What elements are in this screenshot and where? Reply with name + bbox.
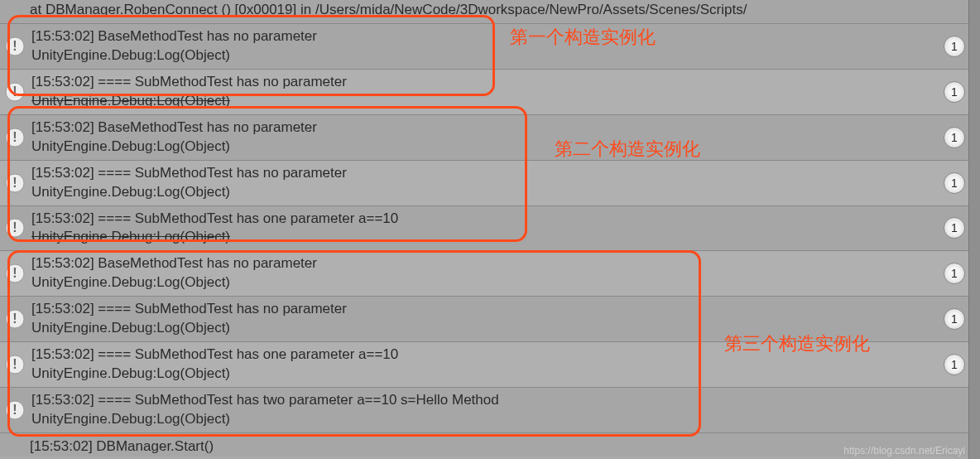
log-line-2: UnityEngine.Debug:Log(Object)	[31, 410, 980, 429]
log-line-1: [15:53:02] ==== SubMethodTest has two pa…	[31, 391, 980, 410]
log-row[interactable]: ![15:53:02] BaseMethodTest has no parame…	[0, 251, 980, 297]
log-line-1: [15:53:02] BaseMethodTest has no paramet…	[31, 27, 944, 46]
info-icon: !	[5, 355, 25, 374]
log-line-1: [15:53:02] ==== SubMethodTest has one pa…	[31, 210, 944, 229]
vertical-scrollbar[interactable]	[968, 0, 980, 459]
log-row[interactable]: ![15:53:02] BaseMethodTest has no parame…	[0, 115, 980, 161]
log-row[interactable]: ![15:53:02] ==== SubMethodTest has one p…	[0, 206, 980, 252]
log-row[interactable]: ![15:53:02] ==== SubMethodTest has no pa…	[0, 297, 980, 342]
log-row[interactable]: ![15:53:02] ==== SubMethodTest has no pa…	[0, 70, 980, 115]
svg-text:!: !	[12, 39, 17, 53]
log-line-2: UnityEngine.Debug:Log(Object)	[31, 319, 944, 338]
log-message: [15:53:02] BaseMethodTest has no paramet…	[31, 118, 944, 157]
log-text-partial: at DBManager.RobenConnect () [0x00019] i…	[30, 2, 747, 17]
log-line-1: [15:53:02] BaseMethodTest has no paramet…	[31, 254, 944, 273]
info-icon: !	[5, 218, 25, 238]
log-line-2: UnityEngine.Debug:Log(Object)	[31, 92, 944, 111]
log-row[interactable]: ![15:53:02] ==== SubMethodTest has two p…	[0, 388, 980, 433]
count-badge[interactable]: 1	[944, 172, 965, 194]
svg-text:!: !	[12, 130, 17, 144]
info-icon: !	[5, 173, 25, 193]
watermark-text: https://blog.csdn.net/Ericayi	[843, 445, 965, 457]
log-row[interactable]: ![15:53:02] ==== SubMethodTest has no pa…	[0, 161, 980, 206]
log-line-2: UnityEngine.Debug:Log(Object)	[31, 228, 944, 247]
svg-text:!: !	[12, 357, 17, 371]
count-badge[interactable]: 1	[944, 354, 965, 375]
log-message: [15:53:02] ==== SubMethodTest has no par…	[31, 164, 944, 202]
svg-text:!: !	[12, 266, 17, 280]
svg-text:!: !	[12, 312, 17, 326]
partial-log-top: at DBManager.RobenConnect () [0x00019] i…	[0, 0, 980, 24]
console-panel: at DBManager.RobenConnect () [0x00019] i…	[0, 0, 980, 457]
svg-text:!: !	[12, 403, 17, 417]
log-message: [15:53:02] ==== SubMethodTest has no par…	[31, 300, 944, 338]
log-row[interactable]: ![15:53:02] ==== SubMethodTest has one p…	[0, 342, 980, 388]
info-icon: !	[5, 36, 25, 56]
log-line-2: UnityEngine.Debug:Log(Object)	[31, 183, 944, 202]
log-message: [15:53:02] BaseMethodTest has no paramet…	[31, 254, 944, 292]
count-badge[interactable]: 1	[944, 217, 965, 239]
count-badge[interactable]: 1	[944, 81, 965, 103]
log-line-1: [15:53:02] ==== SubMethodTest has one pa…	[31, 345, 944, 365]
info-icon: !	[5, 400, 25, 420]
count-badge[interactable]: 1	[944, 263, 965, 284]
count-badge[interactable]: 1	[944, 36, 965, 57]
count-badge[interactable]: 1	[944, 127, 965, 148]
svg-text:!: !	[12, 176, 17, 190]
log-line-1: [15:53:02] BaseMethodTest has no paramet…	[31, 118, 944, 138]
info-icon: !	[5, 309, 25, 329]
log-line-2: UnityEngine.Debug:Log(Object)	[31, 273, 944, 292]
log-message: [15:53:02] ==== SubMethodTest has one pa…	[31, 345, 944, 384]
log-line-2: UnityEngine.Debug:Log(Object)	[31, 365, 944, 384]
log-message: [15:53:02] ==== SubMethodTest has one pa…	[31, 210, 944, 248]
partial-log-bottom: [15:53:02] DBManager.Start()	[0, 433, 980, 457]
log-line-1: [15:53:02] ==== SubMethodTest has no par…	[31, 73, 944, 92]
log-line-2: UnityEngine.Debug:Log(Object)	[31, 138, 944, 157]
info-icon: !	[5, 263, 25, 283]
log-row[interactable]: ![15:53:02] BaseMethodTest has no parame…	[0, 24, 980, 70]
log-message: [15:53:02] ==== SubMethodTest has two pa…	[31, 391, 980, 429]
info-icon: !	[5, 82, 25, 102]
svg-text:!: !	[12, 220, 17, 234]
info-icon: !	[5, 128, 25, 147]
log-line-1: [15:53:02] ==== SubMethodTest has no par…	[31, 164, 944, 183]
log-text-partial-bottom: [15:53:02] DBManager.Start()	[30, 438, 214, 454]
log-line-1: [15:53:02] ==== SubMethodTest has no par…	[31, 300, 944, 319]
log-line-2: UnityEngine.Debug:Log(Object)	[31, 46, 944, 65]
log-message: [15:53:02] ==== SubMethodTest has no par…	[31, 73, 944, 111]
svg-text:!: !	[12, 85, 17, 99]
log-message: [15:53:02] BaseMethodTest has no paramet…	[31, 27, 944, 65]
count-badge[interactable]: 1	[944, 308, 965, 330]
